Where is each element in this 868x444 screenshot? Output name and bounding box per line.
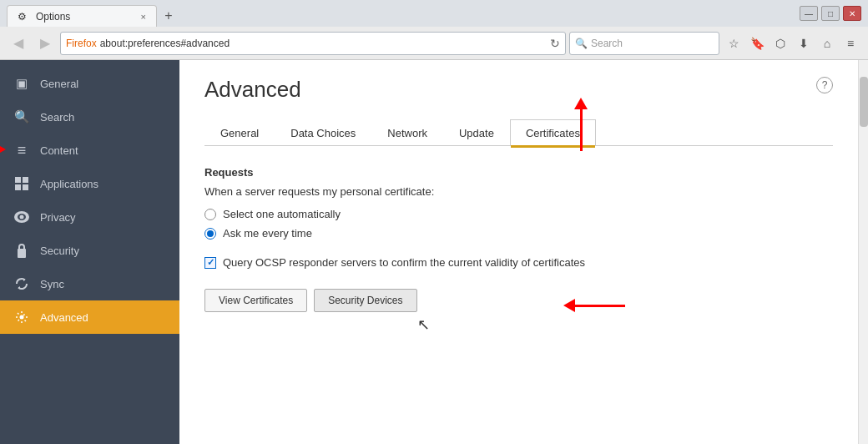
menu-button[interactable]: ≡ bbox=[840, 33, 861, 54]
nav-tools: ☆ 🔖 ⬡ ⬇ ⌂ ≡ bbox=[723, 33, 861, 54]
close-tab-button[interactable]: × bbox=[141, 12, 146, 22]
options-tab[interactable]: ⚙ Options × bbox=[7, 5, 157, 27]
tab-data-choices[interactable]: Data Choices bbox=[275, 119, 371, 146]
checkbox-checkmark: ✓ bbox=[207, 257, 214, 268]
bookmark-button[interactable]: ☆ bbox=[723, 33, 744, 54]
scrollbar-thumb[interactable] bbox=[860, 77, 868, 127]
sidebar-item-label-sync: Sync bbox=[40, 278, 64, 290]
sync-icon bbox=[13, 275, 30, 292]
sidebar-arrow bbox=[0, 143, 6, 156]
address-bar[interactable]: Firefox about:preferences#advanced ↻ bbox=[60, 32, 566, 55]
general-icon: ▣ bbox=[13, 75, 30, 92]
tab-update[interactable]: Update bbox=[443, 119, 510, 146]
sidebar: ▣ General 🔍 Search ≡ Content Application… bbox=[0, 60, 179, 444]
help-icon[interactable]: ? bbox=[816, 77, 833, 93]
security-icon bbox=[13, 242, 30, 259]
tab-network[interactable]: Network bbox=[371, 119, 443, 146]
tab-favicon: ⚙ bbox=[18, 11, 29, 23]
sidebar-item-sync[interactable]: Sync bbox=[0, 267, 179, 300]
search-nav-text: Search bbox=[591, 38, 623, 49]
requests-title: Requests bbox=[204, 166, 833, 179]
close-window-button[interactable]: ✕ bbox=[843, 6, 861, 21]
help-icon-text: ? bbox=[822, 79, 828, 91]
minimize-button[interactable]: — bbox=[800, 6, 818, 21]
search-icon: 🔍 bbox=[13, 108, 30, 125]
sidebar-item-general[interactable]: ▣ General bbox=[0, 67, 179, 100]
sidebar-item-label-security: Security bbox=[40, 245, 79, 257]
page-title-row: Advanced ? bbox=[204, 77, 833, 103]
sidebar-item-label-search: Search bbox=[40, 111, 74, 124]
certificates-buttons: View Certificates Security Devices ↖ bbox=[204, 289, 833, 312]
sidebar-item-search[interactable]: 🔍 Search bbox=[0, 100, 179, 134]
sidebar-item-label-general: General bbox=[40, 78, 78, 90]
content-wrapper: Advanced ? General Data Choices Network bbox=[204, 77, 833, 312]
ocsp-checkbox[interactable]: ✓ bbox=[204, 257, 216, 269]
tab-bar: ⚙ Options × + bbox=[7, 0, 796, 27]
scrollbar[interactable] bbox=[858, 60, 868, 444]
sidebar-item-applications[interactable]: Applications bbox=[0, 167, 179, 200]
forward-button[interactable]: ▶ bbox=[33, 32, 57, 55]
sidebar-item-content[interactable]: ≡ Content bbox=[0, 134, 179, 167]
address-text: about:preferences#advanced bbox=[100, 38, 547, 49]
ocsp-checkbox-row: ✓ Query OCSP responder servers to confir… bbox=[204, 256, 833, 269]
cursor-pointer: ↖ bbox=[417, 315, 430, 334]
advanced-icon bbox=[13, 309, 30, 325]
main-area: ▣ General 🔍 Search ≡ Content Application… bbox=[0, 60, 868, 444]
search-nav-icon: 🔍 bbox=[575, 38, 588, 49]
tab-general[interactable]: General bbox=[204, 119, 275, 146]
svg-rect-2 bbox=[15, 184, 21, 190]
svg-rect-0 bbox=[15, 177, 21, 183]
svg-point-8 bbox=[20, 315, 24, 320]
sidebar-item-label-content: Content bbox=[40, 144, 78, 157]
ocsp-checkbox-label: Query OCSP responder servers to confirm … bbox=[223, 256, 585, 269]
radio-auto-circle[interactable] bbox=[204, 209, 216, 220]
nav-bar: ◀ ▶ Firefox about:preferences#advanced ↻… bbox=[0, 27, 868, 60]
pocket-button[interactable]: ⬡ bbox=[770, 33, 791, 54]
security-devices-button[interactable]: Security Devices bbox=[314, 289, 416, 312]
radio-ask[interactable]: Ask me every time bbox=[204, 227, 833, 240]
sidebar-item-label-privacy: Privacy bbox=[40, 211, 76, 224]
sidebar-item-advanced[interactable]: Advanced bbox=[0, 300, 179, 334]
search-bar[interactable]: 🔍 Search bbox=[569, 32, 719, 55]
security-devices-arrow bbox=[563, 299, 625, 312]
home-button[interactable]: ⌂ bbox=[816, 33, 838, 54]
page-tabs: General Data Choices Network Update Cert… bbox=[204, 119, 833, 146]
maximize-button[interactable]: □ bbox=[821, 6, 840, 21]
sidebar-item-label-applications: Applications bbox=[40, 178, 98, 190]
reader-button[interactable]: 🔖 bbox=[746, 33, 768, 54]
content-area: Advanced ? General Data Choices Network bbox=[179, 60, 858, 444]
title-bar: ⚙ Options × + — □ ✕ bbox=[0, 0, 868, 27]
back-button[interactable]: ◀ bbox=[7, 32, 30, 55]
radio-auto-label: Select one automatically bbox=[223, 208, 341, 220]
download-button[interactable]: ⬇ bbox=[793, 33, 815, 54]
view-certificates-button[interactable]: View Certificates bbox=[204, 289, 307, 312]
privacy-icon bbox=[13, 209, 30, 225]
sidebar-item-label-advanced: Advanced bbox=[40, 311, 88, 324]
svg-rect-3 bbox=[23, 184, 28, 190]
svg-rect-7 bbox=[18, 249, 26, 258]
radio-group: Select one automatically Ask me every ti… bbox=[204, 208, 833, 240]
requests-desc: When a server requests my personal certi… bbox=[204, 185, 833, 198]
tab-title: Options bbox=[36, 11, 70, 23]
browser-window: ⚙ Options × + — □ ✕ ◀ ▶ Firefox about:pr… bbox=[0, 0, 868, 444]
certificates-tab-arrow bbox=[574, 98, 588, 151]
radio-auto[interactable]: Select one automatically bbox=[204, 208, 833, 220]
page-title-text: Advanced bbox=[204, 77, 301, 103]
applications-icon bbox=[13, 175, 30, 192]
window-controls: — □ ✕ bbox=[800, 6, 861, 21]
content-icon: ≡ bbox=[13, 142, 30, 159]
radio-ask-label: Ask me every time bbox=[223, 227, 312, 240]
radio-ask-circle[interactable] bbox=[204, 228, 216, 240]
sidebar-item-privacy[interactable]: Privacy bbox=[0, 200, 179, 234]
new-tab-button[interactable]: + bbox=[157, 5, 180, 27]
reload-button[interactable]: ↻ bbox=[550, 37, 560, 50]
sidebar-item-security[interactable]: Security bbox=[0, 234, 179, 267]
firefox-icon: Firefox bbox=[66, 38, 97, 49]
svg-rect-1 bbox=[23, 177, 28, 183]
svg-point-6 bbox=[20, 215, 24, 219]
certificates-section: Requests When a server requests my perso… bbox=[204, 166, 833, 312]
